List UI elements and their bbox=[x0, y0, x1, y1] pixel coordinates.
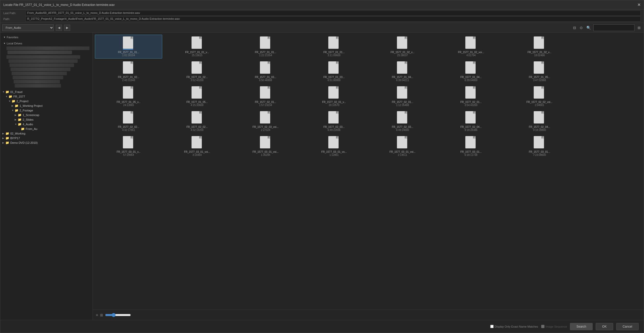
search-button[interactable]: Search bbox=[570, 323, 593, 330]
file-item[interactable]: FR_1577_01_01...3:11:09600 bbox=[300, 35, 368, 59]
file-duration: 3:52:43200 bbox=[191, 79, 204, 82]
file-item[interactable]: FR_1577_02_02_voi...2:04901 bbox=[506, 84, 573, 108]
path-value[interactable]: R_1577\2_Project\2_Footage\4_Audio\From_… bbox=[25, 16, 641, 22]
tree-item-working-project[interactable]: ▶ 📁 1_Working Project bbox=[0, 103, 93, 108]
tree-item-2slides[interactable]: ▶ 📁 2_Slides bbox=[0, 117, 93, 122]
file-item[interactable]: FR_1577_02_01...1:12:35488 bbox=[369, 84, 436, 108]
file-item[interactable]: FR_1577_03_01_v...57:29964 bbox=[95, 134, 162, 158]
file-item[interactable]: FR_1577_01_01...1:02:30204 bbox=[95, 35, 162, 59]
file-name: FR_1577_01_01... bbox=[323, 51, 345, 54]
file-duration: 2:14511 bbox=[398, 154, 407, 156]
sidebar-blurred-8 bbox=[13, 76, 63, 79]
file-duration: 3:11:09600 bbox=[328, 54, 340, 57]
file-item[interactable]: FR_1577_01_02...2:43:31848 bbox=[95, 60, 162, 83]
exact-match-checkbox[interactable] bbox=[490, 325, 494, 328]
tree-item-2footage[interactable]: ▼ 📁 2_Footage bbox=[0, 108, 93, 113]
file-item[interactable]: FR_1577_03_01...7:23:09600 bbox=[506, 134, 573, 158]
file-item[interactable]: FR_1577_01_01_v...25:15615 bbox=[163, 35, 231, 59]
file-item[interactable]: FR_1577_03_01_voi...3:19364 bbox=[163, 134, 231, 158]
forward-button[interactable]: ▶ bbox=[64, 25, 70, 31]
file-item[interactable]: FR_1577_02_04...9:18:28800 bbox=[506, 109, 573, 133]
file-duration: 2:04901 bbox=[535, 104, 544, 107]
file-icon bbox=[328, 111, 339, 123]
file-item[interactable]: FR_1577_02_01...1:57:23234 bbox=[232, 84, 299, 108]
file-item[interactable]: FR_1577_01_05...3:47:02888 bbox=[506, 60, 573, 83]
tree-item-2project[interactable]: ▼ 📁 2_Project bbox=[0, 99, 93, 103]
file-icon bbox=[397, 136, 407, 148]
file-item[interactable]: FR_1577_01_03...6:51:00000 bbox=[300, 60, 368, 83]
file-item[interactable]: FR_1577_02_03_voi...2:27324 bbox=[232, 109, 299, 133]
cancel-button[interactable]: Cancel bbox=[616, 323, 639, 330]
last-path-row: Last Path: From_Audio/00_AF/FR_1577_01_0… bbox=[3, 11, 641, 16]
grid-view-icon[interactable]: ⊞ bbox=[637, 25, 642, 30]
file-item[interactable]: FR_1577_01_02_v...25:38037 bbox=[369, 35, 436, 59]
image-sequence-checkbox[interactable] bbox=[541, 325, 545, 328]
search-icon[interactable]: 🔍 bbox=[585, 25, 592, 30]
last-path-label: Last Path: bbox=[3, 12, 24, 15]
file-item[interactable] bbox=[574, 35, 642, 59]
tree-item-1screencap[interactable]: ▶ 📁 1_Screencap bbox=[0, 113, 93, 117]
close-button[interactable]: ✕ bbox=[637, 2, 641, 7]
file-duration: 6:49:24000 bbox=[396, 129, 409, 131]
local-drives-header[interactable]: ▼ Local Drives bbox=[0, 41, 93, 46]
tree-item-demodvd[interactable]: ▶ 📁 Demo DVD (12-2010) bbox=[0, 140, 93, 145]
sidebar-blurred-4 bbox=[8, 59, 78, 63]
tree-item-fromau[interactable]: 📁 From_Au bbox=[0, 127, 93, 131]
file-item[interactable]: FR_1577_01_01...1:22:21554 bbox=[232, 35, 299, 59]
file-item[interactable]: FR_1577_01_05_v...24:13965 bbox=[95, 84, 162, 108]
tree-item-4audio[interactable]: ▼ 📁 4_Audio bbox=[0, 122, 93, 127]
file-name: FR_1577_01_02_v... bbox=[391, 51, 414, 54]
file-item[interactable]: FR_1577_03_01_vo...1:12861 bbox=[300, 134, 368, 158]
file-item[interactable]: FR_1577_01_05...4:15:33600 bbox=[163, 84, 231, 108]
file-item[interactable] bbox=[574, 134, 642, 158]
file-item[interactable]: FR_1577_02_03...6:49:22836 bbox=[300, 109, 368, 133]
file-item[interactable]: FR_1577_01_03...6:50:46908 bbox=[232, 60, 299, 83]
file-name: FR_1577_01_05... bbox=[529, 76, 550, 79]
file-item[interactable]: FR_1577_01_02_v...18:02466 bbox=[506, 35, 573, 59]
file-icon bbox=[465, 86, 476, 99]
file-item[interactable] bbox=[574, 60, 642, 83]
file-item[interactable]: FR_1577_02_01_v...20:10570 bbox=[300, 84, 368, 108]
file-duration: 25:15615 bbox=[192, 54, 203, 57]
favorites-header[interactable]: ▼ Favorites bbox=[0, 35, 93, 40]
tree-item-fr1577[interactable]: ▼ 📁 FR_1577 bbox=[0, 94, 93, 99]
view-options-icon[interactable]: ⊙ bbox=[579, 25, 584, 30]
zoom-slider[interactable] bbox=[105, 313, 131, 317]
filter-icon[interactable]: ⊟ bbox=[572, 25, 577, 30]
last-path-value[interactable]: From_Audio/00_AF/FR_1577_01_01_voice_L_t… bbox=[25, 11, 641, 16]
file-item[interactable]: FR_1577_01_02_voi...4:01794 bbox=[437, 35, 505, 59]
back-button[interactable]: ◀ bbox=[56, 25, 62, 31]
file-item[interactable]: FR_1577_01_02...3:52:43200 bbox=[163, 60, 231, 83]
folder-dropdown[interactable]: From_Audio bbox=[2, 24, 54, 31]
folder-tree: ▼ 📁 01_Fraud ▼ 📁 FR_1577 ▼ 📁 2_Project bbox=[0, 90, 93, 145]
tree-item-02working[interactable]: ▶ 📁 02_Working bbox=[0, 131, 93, 136]
file-item[interactable]: FR_1577_03_01_voi...2:14511 bbox=[369, 134, 436, 158]
file-duration: 4:15:33600 bbox=[191, 104, 204, 107]
tree-item-01fraud[interactable]: ▼ 📁 01_Fraud bbox=[0, 90, 93, 94]
tree-item-biyp17[interactable]: ▶ 📁 BIYP17 bbox=[0, 136, 93, 140]
file-duration: 6:49:22836 bbox=[328, 129, 340, 131]
file-item[interactable]: FR_1577_03_01_voi...1:35284 bbox=[232, 134, 299, 158]
grid-view-icon2[interactable]: ⊞ bbox=[100, 313, 103, 317]
sidebar-blurred-10 bbox=[15, 84, 61, 88]
file-icon bbox=[397, 111, 407, 123]
file-item[interactable]: FR_1577_03_01...6:18:11738 bbox=[437, 134, 505, 158]
file-item[interactable]: FR_1577_01_04...6:39:04211 bbox=[369, 60, 436, 83]
file-item[interactable]: FR_1577_02_02...4:32:17861 bbox=[95, 109, 162, 133]
image-sequence-checkbox-label: Image Sequence bbox=[541, 325, 567, 328]
file-icon bbox=[328, 61, 339, 74]
list-view-icon[interactable]: ≡ bbox=[96, 313, 98, 317]
file-item[interactable] bbox=[574, 84, 642, 108]
file-item[interactable]: FR_1577_02_04...9:18:28386 bbox=[437, 109, 505, 133]
file-icon bbox=[260, 86, 270, 99]
search-input[interactable] bbox=[593, 24, 634, 31]
file-item[interactable]: FR_1577_02_02...4:32:19200 bbox=[163, 109, 231, 133]
file-icon bbox=[123, 61, 133, 74]
file-item[interactable]: FR_1577_01_04...6:39:04800 bbox=[437, 60, 505, 83]
sidebar: ▼ Favorites ▼ Local Drives bbox=[0, 33, 93, 320]
file-name: FR_1577_03_01_voi... bbox=[389, 150, 415, 154]
file-item[interactable] bbox=[574, 109, 642, 133]
file-item[interactable]: FR_1577_02_01...3:54:43200 bbox=[437, 84, 505, 108]
file-item[interactable]: FR_1577_02_03...6:49:24000 bbox=[369, 109, 436, 133]
ok-button[interactable]: OK bbox=[596, 323, 613, 330]
